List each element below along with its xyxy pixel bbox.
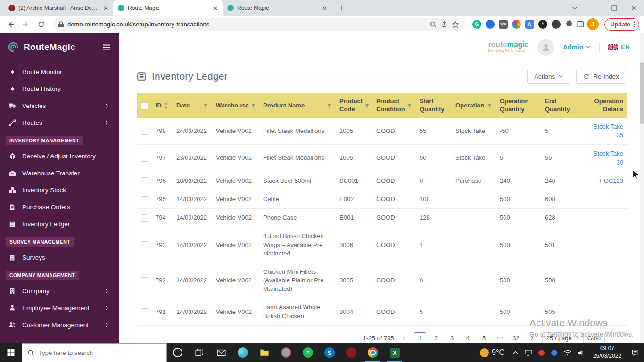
browser-profile-avatar[interactable]: J bbox=[587, 18, 599, 30]
extensions-puzzle-icon[interactable] bbox=[565, 20, 573, 28]
alert-badge-icon[interactable] bbox=[535, 343, 548, 362]
skype-icon[interactable]: S bbox=[319, 343, 340, 362]
sidebar-item-company[interactable]: Company bbox=[0, 282, 119, 299]
reindex-button[interactable]: Re-Index bbox=[576, 69, 626, 84]
display-icon[interactable] bbox=[521, 343, 535, 362]
colorful-extension-icon[interactable] bbox=[512, 20, 521, 29]
checkbox[interactable] bbox=[141, 308, 148, 315]
task-view-icon[interactable] bbox=[189, 343, 210, 362]
sidebar-item-route-history[interactable]: Route History bbox=[0, 80, 119, 97]
filter-icon[interactable] bbox=[405, 103, 412, 108]
tab-close-icon[interactable] bbox=[102, 4, 109, 12]
blue-circle-extension-icon[interactable] bbox=[486, 20, 495, 29]
page-button-4[interactable]: 4 bbox=[462, 332, 474, 343]
page-button-3[interactable]: 3 bbox=[446, 332, 458, 343]
start-button[interactable] bbox=[0, 343, 22, 362]
opera-icon[interactable] bbox=[340, 343, 362, 362]
defender-icon[interactable] bbox=[548, 343, 561, 362]
prev-page-button[interactable] bbox=[398, 332, 410, 343]
taskbar-search-input[interactable] bbox=[39, 349, 161, 356]
sidebar-item-purchase-orders[interactable]: Purchase Orders bbox=[0, 198, 119, 215]
row-checkbox[interactable] bbox=[137, 304, 152, 320]
checkbox[interactable] bbox=[141, 277, 148, 284]
checkbox[interactable] bbox=[141, 128, 148, 135]
cell-operation-details[interactable]: Stock Take 35 bbox=[582, 118, 627, 144]
sidebar-item-routes[interactable]: Routes bbox=[0, 114, 119, 131]
user-menu[interactable]: Admin bbox=[563, 43, 591, 51]
excel-icon[interactable]: X bbox=[384, 343, 405, 362]
dark-asterisk-extension-icon[interactable]: * bbox=[538, 20, 547, 29]
filter-icon[interactable] bbox=[485, 103, 492, 108]
grammarly-extension-icon[interactable]: G bbox=[472, 20, 481, 29]
page-button-5[interactable]: 5 bbox=[478, 332, 490, 343]
filter-icon[interactable] bbox=[249, 103, 256, 108]
media-app-icon[interactable] bbox=[275, 343, 297, 362]
filter-icon[interactable] bbox=[201, 103, 208, 108]
checkbox[interactable] bbox=[141, 196, 148, 203]
close-button[interactable] bbox=[624, 0, 644, 16]
chrome-icon[interactable] bbox=[362, 343, 384, 362]
page-button-1[interactable]: 1 bbox=[414, 332, 426, 343]
sidebar-item-receive-adjust-inventory[interactable]: Receive / Adjust Inventory bbox=[0, 148, 119, 165]
translate-extension-icon[interactable]: A bbox=[525, 20, 534, 29]
row-checkbox[interactable] bbox=[137, 173, 152, 189]
chevron-up-icon[interactable] bbox=[509, 343, 521, 362]
sidebar-item-route-monitor[interactable]: Route Monitor bbox=[0, 63, 119, 80]
taskbar-clock[interactable]: 09:07 25/03/2022 bbox=[588, 343, 626, 362]
goto-page-input[interactable] bbox=[604, 332, 626, 343]
row-checkbox[interactable] bbox=[137, 210, 152, 226]
cell-operation-details[interactable]: Stock Take 30 bbox=[582, 145, 627, 171]
actions-button[interactable]: Actions bbox=[527, 69, 570, 84]
cell-operation-details[interactable]: POC123 bbox=[582, 172, 627, 190]
sidebar-item-customer-management[interactable]: Customer Management bbox=[0, 316, 119, 333]
spotify-icon[interactable] bbox=[297, 343, 319, 362]
select-all-checkbox[interactable] bbox=[137, 93, 152, 118]
weather-widget[interactable]: 9°C bbox=[475, 343, 509, 362]
page-size-select[interactable]: 25 / page bbox=[542, 332, 584, 343]
sidebar-item-vehicles[interactable]: Vehicles bbox=[0, 97, 119, 114]
maximize-button[interactable] bbox=[604, 0, 624, 16]
forward-button[interactable] bbox=[20, 18, 32, 31]
share-icon[interactable] bbox=[441, 21, 448, 28]
row-checkbox[interactable] bbox=[137, 123, 152, 140]
checkbox[interactable] bbox=[141, 214, 148, 222]
language-selector[interactable]: EN bbox=[608, 43, 630, 50]
address-bar[interactable]: demo.routemagic.co.uk/setup/inventory-tr… bbox=[53, 18, 465, 31]
page-button-2[interactable]: 2 bbox=[430, 332, 442, 343]
page-button-32[interactable]: 32 bbox=[510, 332, 522, 343]
filter-icon[interactable] bbox=[363, 103, 370, 108]
sidebar-item-surveys[interactable]: Surveys bbox=[0, 249, 119, 266]
scrollbar-thumb[interactable] bbox=[640, 62, 644, 124]
sidebar-item-employee-management[interactable]: Employee Management bbox=[0, 299, 119, 316]
new-tab-button[interactable] bbox=[335, 1, 348, 15]
row-checkbox[interactable] bbox=[137, 272, 152, 289]
cortana-icon[interactable] bbox=[167, 343, 189, 362]
user-avatar[interactable] bbox=[537, 39, 554, 56]
checkbox[interactable] bbox=[141, 102, 148, 109]
side-panel-icon[interactable] bbox=[576, 20, 584, 28]
pagination-ellipsis[interactable]: ••• bbox=[494, 332, 506, 343]
filter-icon[interactable] bbox=[325, 103, 332, 108]
checkbox[interactable] bbox=[141, 155, 148, 162]
dark-circle-extension-icon[interactable] bbox=[552, 20, 561, 29]
kebab-menu-icon[interactable] bbox=[633, 21, 635, 28]
browser-tab[interactable]: Route Magic bbox=[223, 0, 332, 16]
row-checkbox[interactable] bbox=[137, 237, 152, 253]
sidebar-item-inventory-stock[interactable]: Inventory Stock bbox=[0, 181, 119, 198]
mail-icon[interactable] bbox=[210, 343, 232, 362]
row-checkbox[interactable] bbox=[137, 150, 152, 166]
page-scrollbar[interactable] bbox=[640, 33, 644, 343]
tab-close-icon[interactable] bbox=[211, 4, 219, 12]
taskbar-search[interactable] bbox=[22, 343, 167, 362]
chrome-update-button[interactable]: Update bbox=[604, 18, 639, 31]
file-explorer-icon[interactable] bbox=[254, 343, 275, 362]
network-icon[interactable] bbox=[561, 343, 575, 362]
sidebar-item-warehouse-transfer[interactable]: Warehouse Transfer bbox=[0, 165, 119, 181]
browser-tab[interactable]: Route Magic bbox=[113, 0, 223, 16]
zoom-icon[interactable] bbox=[429, 21, 437, 28]
reload-button[interactable] bbox=[35, 18, 47, 31]
hamburger-menu-icon[interactable] bbox=[102, 43, 111, 51]
volume-icon[interactable] bbox=[575, 343, 588, 362]
checkbox[interactable] bbox=[141, 177, 148, 184]
action-center-button[interactable] bbox=[626, 343, 644, 362]
